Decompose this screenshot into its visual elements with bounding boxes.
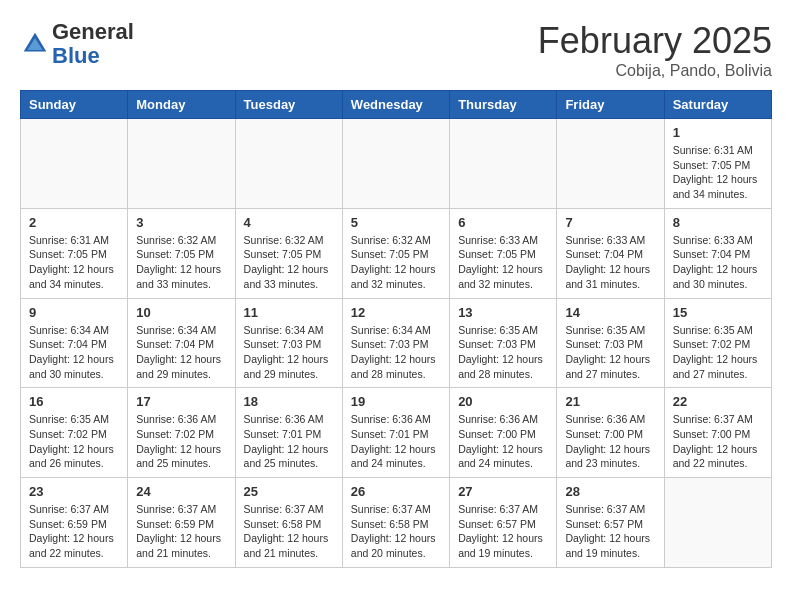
calendar-day-cell: 8Sunrise: 6:33 AM Sunset: 7:04 PM Daylig… [664,208,771,298]
calendar-day-cell: 18Sunrise: 6:36 AM Sunset: 7:01 PM Dayli… [235,388,342,478]
calendar-day-cell: 13Sunrise: 6:35 AM Sunset: 7:03 PM Dayli… [450,298,557,388]
calendar-day-cell: 25Sunrise: 6:37 AM Sunset: 6:58 PM Dayli… [235,478,342,568]
day-info: Sunrise: 6:32 AM Sunset: 7:05 PM Dayligh… [136,233,226,292]
day-info: Sunrise: 6:37 AM Sunset: 7:00 PM Dayligh… [673,412,763,471]
calendar-day-cell [128,119,235,209]
day-info: Sunrise: 6:36 AM Sunset: 7:01 PM Dayligh… [244,412,334,471]
day-info: Sunrise: 6:37 AM Sunset: 6:59 PM Dayligh… [29,502,119,561]
day-info: Sunrise: 6:34 AM Sunset: 7:03 PM Dayligh… [244,323,334,382]
calendar-day-cell [235,119,342,209]
day-info: Sunrise: 6:34 AM Sunset: 7:04 PM Dayligh… [136,323,226,382]
calendar-day-cell: 14Sunrise: 6:35 AM Sunset: 7:03 PM Dayli… [557,298,664,388]
weekday-header-thursday: Thursday [450,91,557,119]
logo-icon [20,29,50,59]
location: Cobija, Pando, Bolivia [538,62,772,80]
day-number: 5 [351,215,441,230]
calendar-day-cell: 19Sunrise: 6:36 AM Sunset: 7:01 PM Dayli… [342,388,449,478]
calendar-day-cell: 22Sunrise: 6:37 AM Sunset: 7:00 PM Dayli… [664,388,771,478]
day-number: 11 [244,305,334,320]
calendar-day-cell: 2Sunrise: 6:31 AM Sunset: 7:05 PM Daylig… [21,208,128,298]
calendar-day-cell [21,119,128,209]
logo: General Blue [20,20,134,68]
day-number: 7 [565,215,655,230]
calendar-week-row: 1Sunrise: 6:31 AM Sunset: 7:05 PM Daylig… [21,119,772,209]
calendar-day-cell: 11Sunrise: 6:34 AM Sunset: 7:03 PM Dayli… [235,298,342,388]
calendar-table: SundayMondayTuesdayWednesdayThursdayFrid… [20,90,772,568]
day-info: Sunrise: 6:37 AM Sunset: 6:57 PM Dayligh… [458,502,548,561]
calendar-day-cell: 21Sunrise: 6:36 AM Sunset: 7:00 PM Dayli… [557,388,664,478]
day-number: 19 [351,394,441,409]
calendar-day-cell: 27Sunrise: 6:37 AM Sunset: 6:57 PM Dayli… [450,478,557,568]
day-number: 10 [136,305,226,320]
day-number: 15 [673,305,763,320]
calendar-week-row: 23Sunrise: 6:37 AM Sunset: 6:59 PM Dayli… [21,478,772,568]
day-number: 4 [244,215,334,230]
day-info: Sunrise: 6:35 AM Sunset: 7:03 PM Dayligh… [565,323,655,382]
day-number: 6 [458,215,548,230]
day-number: 3 [136,215,226,230]
day-number: 20 [458,394,548,409]
calendar-day-cell: 20Sunrise: 6:36 AM Sunset: 7:00 PM Dayli… [450,388,557,478]
day-number: 18 [244,394,334,409]
weekday-header-saturday: Saturday [664,91,771,119]
day-number: 22 [673,394,763,409]
weekday-header-sunday: Sunday [21,91,128,119]
calendar-day-cell: 24Sunrise: 6:37 AM Sunset: 6:59 PM Dayli… [128,478,235,568]
calendar-day-cell: 28Sunrise: 6:37 AM Sunset: 6:57 PM Dayli… [557,478,664,568]
day-info: Sunrise: 6:34 AM Sunset: 7:03 PM Dayligh… [351,323,441,382]
day-number: 1 [673,125,763,140]
day-number: 25 [244,484,334,499]
day-number: 21 [565,394,655,409]
weekday-header-monday: Monday [128,91,235,119]
weekday-header-tuesday: Tuesday [235,91,342,119]
day-info: Sunrise: 6:36 AM Sunset: 7:00 PM Dayligh… [565,412,655,471]
calendar-day-cell [557,119,664,209]
day-info: Sunrise: 6:37 AM Sunset: 6:57 PM Dayligh… [565,502,655,561]
calendar-day-cell: 7Sunrise: 6:33 AM Sunset: 7:04 PM Daylig… [557,208,664,298]
month-title: February 2025 [538,20,772,62]
day-number: 12 [351,305,441,320]
calendar-day-cell [664,478,771,568]
day-info: Sunrise: 6:37 AM Sunset: 6:59 PM Dayligh… [136,502,226,561]
calendar-week-row: 9Sunrise: 6:34 AM Sunset: 7:04 PM Daylig… [21,298,772,388]
day-number: 8 [673,215,763,230]
weekday-header-wednesday: Wednesday [342,91,449,119]
day-number: 28 [565,484,655,499]
day-number: 26 [351,484,441,499]
day-info: Sunrise: 6:33 AM Sunset: 7:04 PM Dayligh… [565,233,655,292]
day-info: Sunrise: 6:36 AM Sunset: 7:00 PM Dayligh… [458,412,548,471]
day-info: Sunrise: 6:31 AM Sunset: 7:05 PM Dayligh… [29,233,119,292]
day-info: Sunrise: 6:37 AM Sunset: 6:58 PM Dayligh… [351,502,441,561]
calendar-day-cell: 1Sunrise: 6:31 AM Sunset: 7:05 PM Daylig… [664,119,771,209]
calendar-day-cell: 9Sunrise: 6:34 AM Sunset: 7:04 PM Daylig… [21,298,128,388]
day-info: Sunrise: 6:35 AM Sunset: 7:02 PM Dayligh… [29,412,119,471]
day-info: Sunrise: 6:33 AM Sunset: 7:04 PM Dayligh… [673,233,763,292]
day-info: Sunrise: 6:33 AM Sunset: 7:05 PM Dayligh… [458,233,548,292]
page-header: General Blue February 2025 Cobija, Pando… [20,20,772,80]
weekday-header-row: SundayMondayTuesdayWednesdayThursdayFrid… [21,91,772,119]
calendar-day-cell: 17Sunrise: 6:36 AM Sunset: 7:02 PM Dayli… [128,388,235,478]
title-block: February 2025 Cobija, Pando, Bolivia [538,20,772,80]
calendar-day-cell: 23Sunrise: 6:37 AM Sunset: 6:59 PM Dayli… [21,478,128,568]
calendar-week-row: 2Sunrise: 6:31 AM Sunset: 7:05 PM Daylig… [21,208,772,298]
weekday-header-friday: Friday [557,91,664,119]
day-info: Sunrise: 6:36 AM Sunset: 7:01 PM Dayligh… [351,412,441,471]
day-info: Sunrise: 6:35 AM Sunset: 7:02 PM Dayligh… [673,323,763,382]
day-number: 2 [29,215,119,230]
day-info: Sunrise: 6:32 AM Sunset: 7:05 PM Dayligh… [244,233,334,292]
calendar-day-cell: 5Sunrise: 6:32 AM Sunset: 7:05 PM Daylig… [342,208,449,298]
day-info: Sunrise: 6:31 AM Sunset: 7:05 PM Dayligh… [673,143,763,202]
calendar-day-cell: 16Sunrise: 6:35 AM Sunset: 7:02 PM Dayli… [21,388,128,478]
day-info: Sunrise: 6:32 AM Sunset: 7:05 PM Dayligh… [351,233,441,292]
day-info: Sunrise: 6:34 AM Sunset: 7:04 PM Dayligh… [29,323,119,382]
calendar-day-cell [342,119,449,209]
calendar-day-cell: 6Sunrise: 6:33 AM Sunset: 7:05 PM Daylig… [450,208,557,298]
calendar-week-row: 16Sunrise: 6:35 AM Sunset: 7:02 PM Dayli… [21,388,772,478]
day-number: 13 [458,305,548,320]
day-number: 9 [29,305,119,320]
day-number: 17 [136,394,226,409]
day-number: 24 [136,484,226,499]
logo-general-text: General [52,19,134,44]
day-info: Sunrise: 6:37 AM Sunset: 6:58 PM Dayligh… [244,502,334,561]
logo-blue-text: Blue [52,43,100,68]
